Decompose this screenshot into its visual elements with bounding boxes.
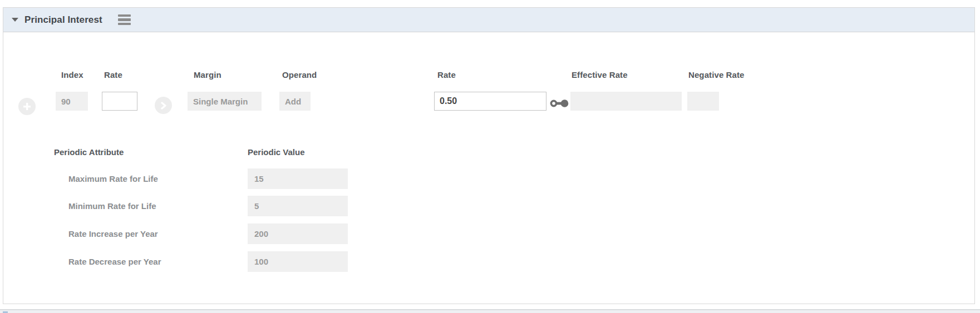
margin-label: Margin <box>194 70 221 80</box>
negative-rate-label: Negative Rate <box>688 70 745 80</box>
rate-label: Rate <box>104 70 122 80</box>
principal-interest-panel: Principal Interest Index 90 Rate Margin … <box>3 7 975 304</box>
periodic-value-rate-decrease: 100 <box>248 251 348 272</box>
effective-rate-value <box>570 92 682 111</box>
index-label: Index <box>61 70 83 80</box>
operand-value: Add <box>279 92 311 111</box>
effective-rate-label: Effective Rate <box>572 70 628 80</box>
periodic-attr-rate-decrease: Rate Decrease per Year <box>68 257 161 266</box>
add-row-button[interactable] <box>18 98 36 115</box>
periodic-attr-min-rate-life: Minimum Rate for Life <box>68 201 156 211</box>
chevron-right-icon <box>160 102 167 110</box>
margin-value: Single Margin <box>188 92 262 111</box>
expand-row-button[interactable] <box>155 97 172 114</box>
key-link-icon[interactable] <box>550 98 569 109</box>
periodic-attr-max-rate-life: Maximum Rate for Life <box>68 174 158 183</box>
panel-title: Principal Interest <box>24 14 102 26</box>
chevron-down-icon[interactable] <box>12 18 18 22</box>
rate2-label: Rate <box>437 70 456 80</box>
periodic-value-max-rate-life: 15 <box>248 168 348 189</box>
periodic-value-rate-increase: 200 <box>248 223 348 244</box>
rate2-input[interactable] <box>434 92 546 111</box>
operand-label: Operand <box>282 70 317 80</box>
next-section-edge <box>0 309 980 313</box>
periodic-attribute-header: Periodic Attribute <box>54 147 124 157</box>
panel-header: Principal Interest <box>3 8 974 32</box>
periodic-attr-rate-increase: Rate Increase per Year <box>68 229 158 239</box>
periodic-value-min-rate-life: 5 <box>248 196 348 216</box>
periodic-value-header: Periodic Value <box>248 147 305 157</box>
index-value: 90 <box>56 92 88 111</box>
hamburger-menu-icon[interactable] <box>118 14 131 26</box>
rate-input[interactable] <box>102 92 137 111</box>
negative-rate-value <box>687 92 719 111</box>
plus-icon <box>23 102 31 111</box>
